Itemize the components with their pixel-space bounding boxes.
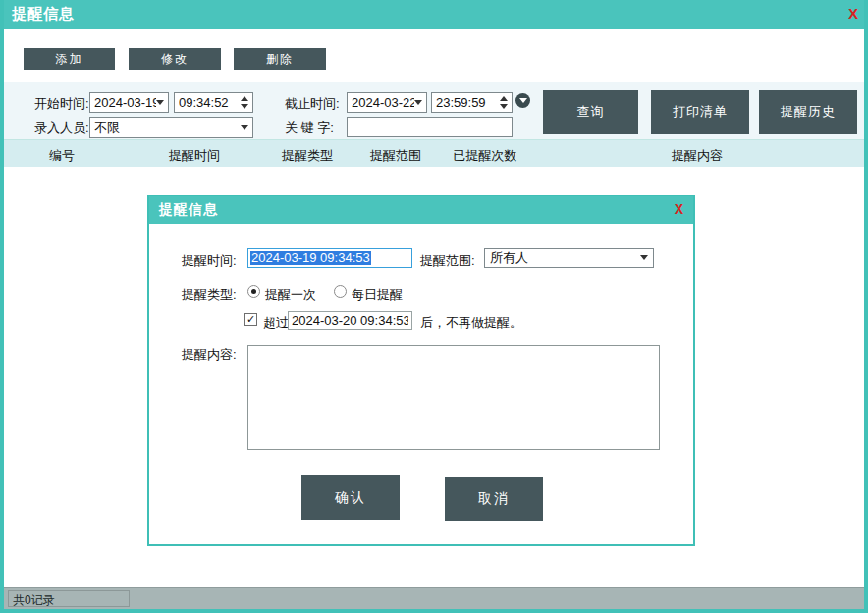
spinner-arrows-icon[interactable] xyxy=(500,96,508,109)
expire-checkbox[interactable]: ✓ xyxy=(244,313,257,326)
expire-prefix-label: 超过 xyxy=(263,314,289,332)
remind-scope-label: 提醒范围: xyxy=(420,252,475,270)
remind-time-label: 提醒时间: xyxy=(182,252,237,270)
keyword-input[interactable] xyxy=(347,117,513,137)
remind-scope-value: 所有人 xyxy=(490,250,528,267)
dialog-title: 提醒信息 xyxy=(159,201,218,219)
end-time-spinner[interactable]: 23:59:59 xyxy=(431,92,513,113)
remind-scope-select[interactable]: 所有人 xyxy=(484,248,654,268)
remind-content-textarea[interactable] xyxy=(247,345,660,450)
end-time-value: 23:59:59 xyxy=(436,95,486,110)
operator-label: 录入人员: xyxy=(34,119,89,137)
column-header-remind-type: 提醒类型 xyxy=(282,147,333,165)
window-close-icon[interactable]: X xyxy=(848,5,858,22)
dialog-titlebar: 提醒信息 X xyxy=(149,196,693,224)
chevron-down-icon xyxy=(156,100,164,105)
start-time-spinner[interactable]: 09:34:52 xyxy=(174,92,253,113)
keyword-label: 关 键 字: xyxy=(285,119,334,137)
cancel-button[interactable]: 取消 xyxy=(445,477,543,521)
column-header-remind-time: 提醒时间 xyxy=(169,147,220,165)
confirm-button[interactable]: 确认 xyxy=(301,475,400,520)
dialog-close-icon[interactable]: X xyxy=(675,201,683,217)
reminder-window: 提醒信息 X 添加 修改 删除 开始时间: 2024-03-19 09:34:5… xyxy=(0,0,868,613)
remind-time-input[interactable]: 2024-03-19 09:34:53 xyxy=(247,248,412,268)
print-list-button[interactable]: 打印清单 xyxy=(651,90,749,134)
remind-content-label: 提醒内容: xyxy=(182,346,237,363)
radio-remind-daily[interactable] xyxy=(334,285,347,298)
window-title: 提醒信息 xyxy=(12,5,75,24)
window-border-right xyxy=(864,0,868,613)
operator-value: 不限 xyxy=(94,119,120,137)
table-header: 编号 提醒时间 提醒类型 提醒范围 已提醒次数 提醒内容 xyxy=(4,139,864,167)
modify-button[interactable]: 修改 xyxy=(129,48,221,70)
column-header-remind-scope: 提醒范围 xyxy=(370,147,421,165)
status-bar: 共0记录 xyxy=(4,587,864,609)
delete-button[interactable]: 删除 xyxy=(234,48,326,70)
chevron-down-icon xyxy=(241,125,248,130)
reminder-history-button[interactable]: 提醒历史 xyxy=(759,90,857,134)
chevron-down-icon xyxy=(519,98,527,103)
start-date-select[interactable]: 2024-03-19 xyxy=(89,92,169,113)
end-date-value: 2024-03-22 xyxy=(352,95,414,110)
remind-type-label: 提醒类型: xyxy=(182,286,237,304)
spinner-arrows-icon[interactable] xyxy=(241,96,248,109)
operator-select[interactable]: 不限 xyxy=(89,117,253,138)
radio-remind-once[interactable] xyxy=(247,285,260,298)
column-header-id: 编号 xyxy=(49,147,75,165)
reminder-dialog: 提醒信息 X 提醒时间: 2024-03-19 09:34:53 提醒范围: 所… xyxy=(147,195,695,546)
column-header-remind-content: 提醒内容 xyxy=(672,147,723,165)
start-time-value: 09:34:52 xyxy=(179,95,229,110)
record-count: 共0记录 xyxy=(8,590,130,607)
radio-remind-once-label: 提醒一次 xyxy=(265,286,316,304)
start-time-label: 开始时间: xyxy=(34,95,89,113)
add-button[interactable]: 添加 xyxy=(24,48,115,70)
expire-time-input[interactable] xyxy=(288,311,412,330)
end-date-select[interactable]: 2024-03-22 xyxy=(347,92,427,113)
expire-suffix-label: 后，不再做提醒。 xyxy=(420,314,522,332)
query-button[interactable]: 查询 xyxy=(543,90,638,134)
chevron-down-icon xyxy=(640,255,648,260)
column-header-remind-count: 已提醒次数 xyxy=(454,147,517,165)
window-border-left xyxy=(0,0,4,613)
chevron-down-icon xyxy=(414,100,422,105)
expand-filter-button[interactable] xyxy=(515,93,530,108)
window-border-bottom xyxy=(0,609,868,613)
start-date-value: 2024-03-19 xyxy=(94,95,156,110)
remind-time-selected-text: 2024-03-19 09:34:53 xyxy=(250,251,371,265)
radio-remind-daily-label: 每日提醒 xyxy=(352,286,403,304)
end-time-label: 截止时间: xyxy=(285,95,340,113)
window-titlebar: 提醒信息 X xyxy=(0,0,868,29)
